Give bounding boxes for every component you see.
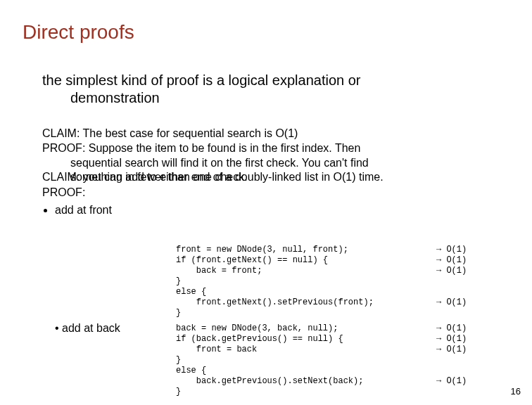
bullet-add-front: add at front — [55, 203, 493, 218]
claim-1: CLAIM: The best case for sequential sear… — [42, 127, 493, 141]
page-number: 16 — [511, 386, 521, 397]
slide-title: Direct proofs — [23, 21, 134, 44]
code-block-front: front = new DNode(3, null, front); if (f… — [176, 245, 374, 319]
code-block-back: back = new DNode(3, back, null); if (bac… — [176, 323, 363, 397]
bigo-front: → O(1) → O(1) → O(1) → O(1) — [436, 245, 467, 308]
bullet-list: add at front — [55, 203, 493, 218]
proof1-line2: sequential search will find it on the fi… — [70, 156, 493, 171]
body-text: CLAIM: The best case for sequential sear… — [42, 127, 493, 218]
proof1-line1: PROOF: Suppose the item to be found is i… — [42, 141, 493, 156]
overlap-lower: CLAIM: you can add to either end of a do… — [42, 170, 384, 185]
proof2-label: PROOF: — [42, 186, 493, 200]
bigo-back: → O(1) → O(1) → O(1) → O(1) — [436, 323, 467, 387]
bullet-add-back: add at back — [55, 322, 120, 335]
intro-line-1: the simplest kind of proof is a logical … — [42, 72, 360, 88]
slide: Direct proofs the simplest kind of proof… — [0, 0, 532, 405]
intro-line-2: demonstration — [70, 90, 160, 105]
intro-text: the simplest kind of proof is a logical … — [42, 72, 479, 107]
overlap-line: something in fewer than one check. CLAIM… — [42, 170, 493, 186]
